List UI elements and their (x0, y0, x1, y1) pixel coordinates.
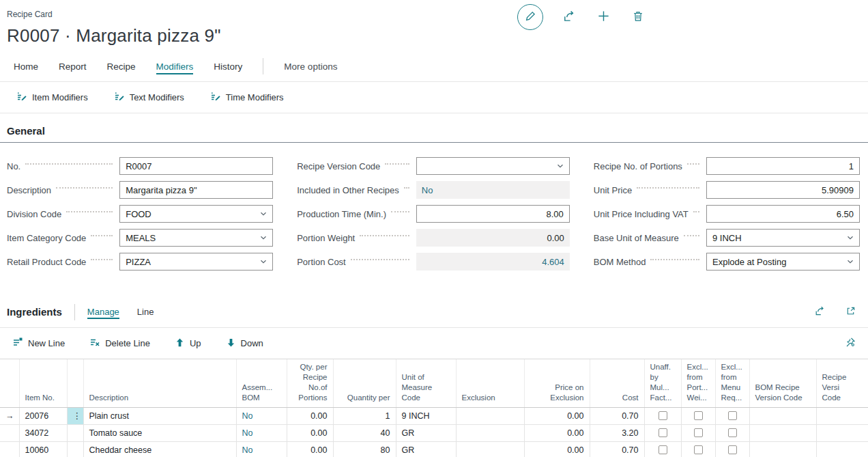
row-menu-icon[interactable]: ⋮ (67, 407, 83, 424)
cell-qty-per-recipe[interactable]: 0.00 (287, 424, 333, 441)
cell-item-no[interactable]: 10060 (19, 441, 67, 457)
cell-exclusion[interactable] (456, 407, 524, 424)
row-menu[interactable] (67, 424, 83, 441)
col-bom-recipe-version-code[interactable]: BOM Recipe Version Code (749, 359, 816, 408)
cell-assembly-bom[interactable]: No (236, 407, 287, 424)
cell-description[interactable]: Tomato sauce (83, 424, 236, 441)
retail-product-code-select[interactable]: PIZZA (119, 253, 273, 271)
ingredients-popout-button[interactable] (843, 303, 858, 321)
tab-history[interactable]: History (214, 61, 242, 72)
item-category-code-select[interactable]: MEALS (119, 229, 273, 247)
cell-assembly-bom[interactable]: No (236, 441, 287, 457)
col-excluded-from-portion-weight[interactable]: Excl... from Port... Wei... (681, 359, 715, 408)
cell-recipe-version[interactable] (816, 441, 868, 457)
cell-price-on-exclusion[interactable]: 0.00 (524, 407, 590, 424)
col-qty-per-recipe[interactable]: Qty. per Recipe No.of Portions (287, 359, 333, 408)
cell-unit-of-measure[interactable]: GR (396, 424, 456, 441)
col-unaffected-by-mult-factor[interactable]: Unaff. by Mul... Fact... (644, 359, 681, 408)
cell-bom-recipe-version[interactable] (749, 407, 816, 424)
cell-unit-of-measure[interactable]: GR (396, 441, 456, 457)
delete-line-button[interactable]: Delete Line (89, 337, 150, 350)
new-button[interactable] (594, 7, 613, 27)
cell-cost[interactable]: 0.70 (590, 407, 644, 424)
cell-qty-per-recipe[interactable]: 0.00 (287, 407, 333, 424)
tab-home[interactable]: Home (14, 61, 38, 72)
col-exclusion[interactable]: Exclusion (456, 359, 524, 408)
col-description[interactable]: Description (83, 359, 236, 408)
ingredients-tab-manage[interactable]: Manage (87, 307, 119, 317)
cell-description[interactable]: Cheddar cheese (83, 441, 236, 457)
recipe-no-of-portions-input[interactable] (706, 157, 860, 175)
table-row[interactable]: 34072 Tomato sauce No 0.00 40 GR 0.00 3.… (0, 424, 868, 441)
cell-item-no[interactable]: 20076 (19, 407, 67, 424)
text-modifiers-button[interactable]: Text Modifiers (114, 91, 184, 104)
cell-quantity-per[interactable]: 40 (333, 424, 396, 441)
move-down-button[interactable]: Down (226, 337, 263, 350)
unaffected-checkbox[interactable] (659, 411, 667, 420)
col-recipe-version-code[interactable]: Recipe Versi Code (816, 359, 868, 408)
row-selector[interactable] (0, 441, 19, 457)
row-selector[interactable] (0, 424, 19, 441)
move-up-button[interactable]: Up (175, 337, 201, 350)
cell-cost[interactable]: 0.70 (590, 441, 644, 457)
cell-bom-recipe-version[interactable] (749, 441, 816, 457)
cell-recipe-version[interactable] (816, 407, 868, 424)
included-in-other-recipes-value[interactable]: No (416, 181, 570, 199)
cell-description[interactable]: Plain crust (83, 407, 236, 424)
cell-qty-per-recipe[interactable]: 0.00 (287, 441, 333, 457)
col-quantity-per[interactable]: Quantity per (333, 359, 396, 408)
portion-cost-value[interactable]: 4.604 (416, 253, 570, 271)
new-line-button[interactable]: New Line (12, 337, 65, 350)
tab-recipe[interactable]: Recipe (107, 61, 136, 72)
production-time-input[interactable] (416, 205, 570, 223)
edit-button[interactable] (517, 4, 543, 30)
row-menu[interactable] (67, 441, 83, 457)
cell-exclusion[interactable] (456, 441, 524, 457)
base-unit-of-measure-select[interactable]: 9 INCH (706, 229, 860, 247)
excl-menu-checkbox[interactable] (728, 445, 737, 454)
excl-portion-checkbox[interactable] (694, 428, 703, 437)
col-item-no[interactable]: Item No. (19, 359, 67, 408)
pin-button[interactable] (842, 334, 858, 352)
share-button[interactable] (560, 7, 578, 27)
cell-recipe-version[interactable] (816, 424, 868, 441)
col-price-on-exclusion[interactable]: Price on Exclusion (524, 359, 590, 408)
excl-portion-checkbox[interactable] (694, 445, 703, 454)
cell-price-on-exclusion[interactable]: 0.00 (524, 424, 590, 441)
cell-assembly-bom[interactable]: No (236, 424, 287, 441)
col-excluded-from-menu-req[interactable]: Excl... from Menu Req... (715, 359, 749, 408)
table-row[interactable]: → 20076 ⋮ Plain crust No 0.00 1 9 INCH 0… (0, 407, 868, 424)
division-code-select[interactable]: FOOD (119, 205, 273, 223)
col-unit-of-measure[interactable]: Unit of Measure Code (396, 359, 456, 408)
recipe-version-code-select[interactable] (416, 157, 570, 175)
cell-exclusion[interactable] (456, 424, 524, 441)
unit-price-incl-vat-input[interactable] (706, 205, 860, 223)
item-modifiers-button[interactable]: Item Modifiers (16, 91, 88, 104)
col-assembly-bom[interactable]: Assem... BOM (236, 359, 287, 408)
cell-price-on-exclusion[interactable]: 0.00 (524, 441, 590, 457)
unit-price-input[interactable] (706, 181, 860, 199)
cell-quantity-per[interactable]: 80 (333, 441, 396, 457)
tab-modifiers[interactable]: Modifiers (156, 61, 194, 72)
description-input[interactable] (119, 181, 273, 199)
unaffected-checkbox[interactable] (659, 445, 667, 454)
bom-method-select[interactable]: Explode at Posting (706, 253, 860, 271)
more-options-button[interactable]: More options (284, 61, 337, 72)
delete-button[interactable] (629, 8, 647, 27)
cell-item-no[interactable]: 34072 (19, 424, 67, 441)
ingredients-share-button[interactable] (811, 303, 828, 321)
time-modifiers-button[interactable]: Time Modifiers (210, 91, 284, 104)
cell-bom-recipe-version[interactable] (749, 424, 816, 441)
excl-menu-checkbox[interactable] (728, 411, 737, 420)
unaffected-checkbox[interactable] (659, 428, 667, 437)
ingredients-tab-line[interactable]: Line (137, 307, 154, 317)
tab-report[interactable]: Report (59, 61, 87, 72)
table-row[interactable]: 10060 Cheddar cheese No 0.00 80 GR 0.00 … (0, 441, 868, 457)
cell-quantity-per[interactable]: 1 (333, 407, 396, 424)
cell-unit-of-measure[interactable]: 9 INCH (396, 407, 456, 424)
excl-menu-checkbox[interactable] (728, 428, 737, 437)
cell-cost[interactable]: 3.20 (590, 424, 644, 441)
no-input[interactable] (119, 157, 273, 175)
col-cost[interactable]: Cost (590, 359, 644, 408)
excl-portion-checkbox[interactable] (694, 411, 703, 420)
